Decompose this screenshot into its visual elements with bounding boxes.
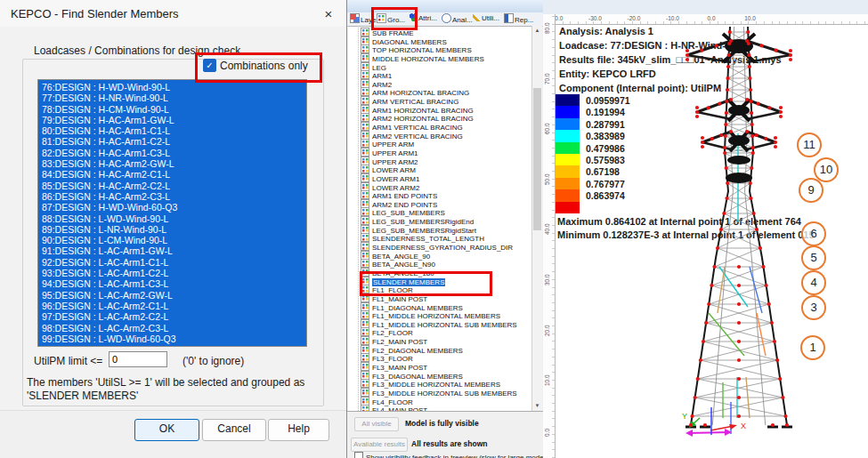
tree-item[interactable]: ARM VERTICAL BRACING	[348, 95, 531, 104]
report-icon	[504, 13, 514, 23]
loadcase-item[interactable]: 81:DESIGN : H-AC-Arm1-C2-L	[38, 136, 306, 147]
loadcase-item[interactable]: 94:DESIGN : L-AC-Arm1-C3-L	[38, 278, 306, 289]
ruler-y-label: 10.0	[544, 368, 550, 386]
tree-item[interactable]: SLENDERNESS_TOTAL_LENGTH	[348, 232, 531, 241]
contour-legend-bar	[556, 94, 580, 213]
loadcase-item[interactable]: 79:DESIGN : H-AC-Arm1-GW-L	[38, 115, 306, 125]
scrollbar-thumb[interactable]	[533, 88, 541, 230]
legend-value: 0.0959971	[586, 95, 630, 106]
loadcase-item[interactable]: 95:DESIGN : L-AC-Arm2-GW-L	[38, 290, 306, 301]
loadcase-item[interactable]: 76:DESIGN : H-WD-Wind-90-L	[38, 82, 306, 92]
available-results-status: All results are shown	[411, 439, 488, 448]
tree-item[interactable]: UPPER ARM1	[348, 147, 531, 156]
ruler-y: 80.070.060.050.040.030.020.010.00.0	[543, 14, 556, 458]
tree-item[interactable]: LEG_SUB_MEMBERSRigidStart	[348, 224, 531, 233]
loadcase-item[interactable]: 82:DESIGN : H-AC-Arm1-C3-L	[38, 148, 306, 158]
scroll-up-icon[interactable]: ▲	[532, 26, 542, 36]
tree-item[interactable]: FL3_MIDDLE HORIZONTAL MEMBERS	[348, 378, 531, 387]
tree-item[interactable]: LOWER ARM	[348, 164, 531, 173]
loadcase-item[interactable]: 88:DESIGN : L-WD-Wind-90-L	[38, 213, 306, 224]
tree-item[interactable]: FL2_FLOOR	[348, 326, 531, 335]
svg-text:Y: Y	[682, 412, 687, 421]
loadcase-item[interactable]: 99:DESIGN : L-WD-Wind-60-Q3	[38, 333, 306, 344]
tree-scrollbar[interactable]: ▲ ▼	[531, 26, 542, 411]
loadcase-item[interactable]: 92:DESIGN : L-AC-Arm1-C1-L	[38, 257, 306, 268]
groups-tree[interactable]: SUB FRAMEDIAGONAL MEMBERSTOP HORIZONTAL …	[348, 26, 531, 412]
scroll-down-icon[interactable]: ▼	[532, 401, 542, 411]
legend-value: 0.863974	[586, 190, 625, 201]
tab-analyses[interactable]: Anal...	[442, 13, 473, 25]
tree-item[interactable]: ARM2 VERTICAL BRACING	[348, 130, 531, 139]
tab-utilities[interactable]: Utili...	[473, 13, 499, 25]
tree-item[interactable]: FL1_DIAGONAL MEMBERS	[348, 301, 531, 310]
loadcase-item[interactable]: 97:DESIGN : L-AC-Arm2-C2-L	[38, 311, 306, 322]
ruler-y-label: 60.0	[544, 117, 550, 134]
loadcase-list[interactable]: 76:DESIGN : H-WD-Wind-90-L77:DESIGN : H-…	[37, 79, 307, 347]
tree-item[interactable]: FL2_MAIN POST	[348, 335, 531, 344]
tree-item[interactable]: ARM1	[348, 69, 531, 78]
help-button[interactable]: Help	[268, 419, 329, 441]
tree-item[interactable]: FL1_MIDDLE HORIZONTAL MEMBERS	[348, 309, 531, 318]
ruler-y-label: 20.0	[544, 318, 550, 336]
visibility-feedback-checkbox[interactable]: Show visibility feedback in treeview (sl…	[354, 452, 551, 458]
tree-item[interactable]: MIDDLE HORIZONTAL MEMBERS	[348, 52, 531, 61]
tree-item[interactable]: FL3_DIAGONAL MEMBERS	[348, 370, 531, 379]
screenshot-root: KEPCO - Find Slender Members × Loadcases…	[0, 0, 868, 458]
loadcase-item[interactable]: 80:DESIGN : H-AC-Arm1-C1-L	[38, 125, 306, 136]
tree-item[interactable]: ARM HORIZONTAL BRACING	[348, 86, 531, 95]
tree-item[interactable]: FL1_MIDDLE HORIZONTAL SUB MEMBERS	[348, 318, 531, 327]
ruler-x-label: 0.0	[707, 15, 715, 21]
wrench-icon	[473, 13, 481, 21]
tree-item[interactable]: FL2_DIAGONAL MEMBERS	[348, 344, 531, 353]
tree-item[interactable]: FL3_MIDDLE HORIZONTAL SUB MEMBERS	[348, 387, 531, 396]
loadcase-item[interactable]: 84:DESIGN : H-AC-Arm2-C1-L	[38, 169, 306, 180]
loadcase-item[interactable]: 93:DESIGN : L-AC-Arm1-C2-L	[38, 268, 306, 278]
available-results-button[interactable]: Available results	[351, 438, 408, 452]
ok-button[interactable]: OK	[134, 419, 199, 441]
loadcase-item[interactable]: 85:DESIGN : H-AC-Arm2-C2-L	[38, 181, 306, 191]
tree-item[interactable]: SLENDERNESS_GYRATION_RADIUS_DIR	[348, 241, 531, 250]
tree-item[interactable]: UPPER ARM2	[348, 156, 531, 165]
all-visible-button[interactable]: All visible	[354, 417, 399, 431]
legend-color-block	[556, 118, 580, 130]
loadcase-item[interactable]: 78:DESIGN : H-CM-Wind-90-L	[38, 104, 306, 115]
tree-item[interactable]: DIAGONAL MEMBERS	[348, 36, 531, 44]
loadcase-item[interactable]: 77:DESIGN : H-NR-Wind-90-L	[38, 92, 306, 103]
loadcase-item[interactable]: 90:DESIGN : L-CM-Wind-90-L	[38, 235, 306, 245]
tree-item[interactable]: LOWER ARM2	[348, 181, 531, 190]
tree-item[interactable]: BETA_ANGLE_N90	[348, 258, 531, 267]
tree-item[interactable]: ARM2 END POINTS	[348, 198, 531, 207]
loadcase-item[interactable]: 87:DESIGN : H-WD-Wind-60-Q3	[38, 202, 306, 213]
tree-item[interactable]: ARM2 HORIZONTAL BRACING	[348, 112, 531, 121]
tree-item[interactable]: ARM1 VERTICAL BRACING	[348, 121, 531, 130]
legend-value: 0.383989	[586, 131, 625, 141]
legend-color-block	[556, 165, 580, 177]
contour-legend-values: 0.09599710.1919940.2879910.3839890.47998…	[586, 90, 657, 214]
loadcase-item[interactable]: 83:DESIGN : H-AC-Arm2-GW-L	[38, 158, 306, 169]
entity-text: Entity: KEPCO LRFD	[559, 68, 656, 79]
cancel-button[interactable]: Cancel	[202, 419, 266, 441]
tab-reports[interactable]: Rep...	[504, 13, 533, 25]
tree-item[interactable]: LEG	[348, 61, 531, 70]
loadcase-item[interactable]: 86:DESIGN : H-AC-Arm2-C3-L	[38, 191, 306, 202]
loadcase-item[interactable]: 91:DESIGN : L-AC-Arm1-GW-L	[38, 245, 306, 256]
legend-color-block	[556, 154, 580, 165]
ruler-x-label: -10.0	[666, 15, 679, 21]
utilpm-limit-input[interactable]	[109, 351, 167, 367]
tree-item[interactable]: TOP HORIZONTAL MEMBERS	[348, 44, 531, 52]
tree-item[interactable]: LEG_SUB_MEMBERS	[348, 206, 531, 215]
tree-item[interactable]: LEG_SUB_MEMBERSRigidEnd	[348, 215, 531, 224]
tree-item[interactable]: ARM2	[348, 78, 531, 87]
tree-item[interactable]: BETA_ANGLE_90	[348, 250, 531, 259]
close-icon[interactable]: ×	[319, 5, 338, 23]
tree-item[interactable]: FL3_FLOOR	[348, 352, 531, 361]
tree-item[interactable]: FL3_MAIN POST	[348, 361, 531, 370]
tree-item[interactable]: ARM1 END POINTS	[348, 189, 531, 198]
loadcase-item[interactable]: 96:DESIGN : L-AC-Arm2-C1-L	[38, 301, 306, 311]
loadcase-item[interactable]: 98:DESIGN : L-AC-Arm2-C3-L	[38, 323, 306, 333]
tree-item[interactable]: ARM1 HORIZONTAL BRACING	[348, 104, 531, 113]
tree-item[interactable]: LOWER ARM1	[348, 173, 531, 181]
tree-item[interactable]: FL4_FLOOR	[348, 396, 531, 405]
loadcase-item[interactable]: 89:DESIGN : L-NR-Wind-90-L	[38, 224, 306, 235]
tree-item[interactable]: UPPER ARM	[348, 138, 531, 147]
